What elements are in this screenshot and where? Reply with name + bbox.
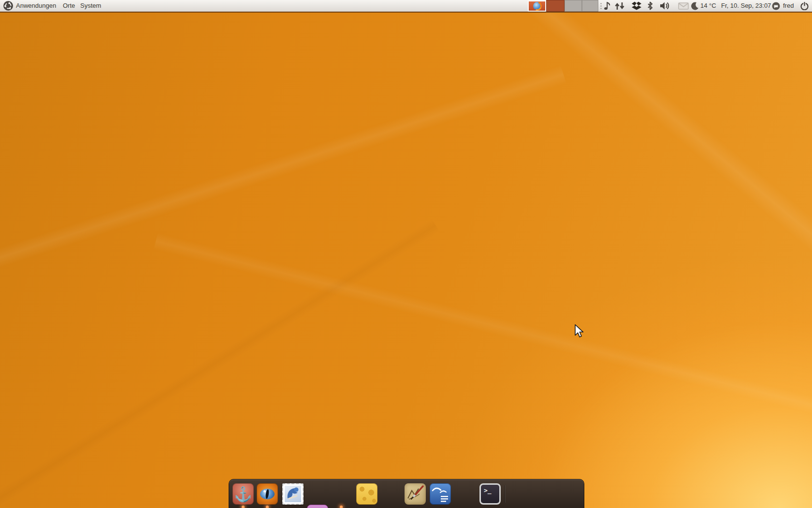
drawing-app-icon[interactable] xyxy=(405,483,426,505)
browser-eye-icon[interactable] xyxy=(257,483,278,505)
terminal-prompt: >_ xyxy=(484,487,492,494)
menu-places[interactable]: Orte xyxy=(63,0,75,12)
network-traffic-arrows-icon[interactable] xyxy=(615,0,625,12)
workspace-1[interactable] xyxy=(546,0,565,12)
wallpaper-streak xyxy=(121,100,812,508)
power-icon[interactable] xyxy=(799,0,809,12)
dock-separator xyxy=(505,485,506,503)
running-indicator xyxy=(242,506,245,508)
running-indicator xyxy=(266,506,269,508)
window-button-firefox[interactable] xyxy=(528,0,546,12)
dropbox-icon[interactable] xyxy=(630,0,643,12)
dock: ⚓ ;-) CA 0:27 xyxy=(229,479,584,508)
office-writer-icon[interactable] xyxy=(430,483,451,505)
music-note-icon[interactable] xyxy=(603,0,611,12)
mail-envelope-icon[interactable] xyxy=(678,0,689,12)
cheese-webcam-icon[interactable] xyxy=(356,483,377,505)
running-indicator xyxy=(340,506,343,508)
firefox-icon xyxy=(533,2,541,10)
volume-icon[interactable] xyxy=(659,0,671,12)
wallpaper-streak xyxy=(0,0,601,399)
me-menu-username[interactable]: fred xyxy=(783,0,794,12)
desktop: Anwendungen Orte System xyxy=(0,0,812,508)
thunderbird-stamp-icon[interactable] xyxy=(282,483,304,505)
wallpaper-streak xyxy=(383,0,812,406)
bluetooth-icon[interactable] xyxy=(647,0,653,12)
weather-temperature[interactable]: 14 °C xyxy=(700,0,716,12)
top-panel: Anwendungen Orte System xyxy=(0,0,812,13)
terminal-icon[interactable]: >_ xyxy=(479,483,501,505)
desktop-wallpaper xyxy=(0,0,812,508)
applet-drag-handle[interactable] xyxy=(600,2,602,10)
docky-anchor-icon[interactable]: ⚓ xyxy=(232,483,254,505)
workspace-2[interactable] xyxy=(565,0,582,12)
workspace-3[interactable] xyxy=(582,0,598,12)
chat-app-icon[interactable]: ;-) xyxy=(307,505,328,508)
menu-applications[interactable]: Anwendungen xyxy=(16,0,56,12)
weather-moon-icon xyxy=(691,0,699,12)
clock[interactable]: Fr, 10. Sep, 23:07 xyxy=(721,0,771,12)
wallpaper-streak xyxy=(0,123,500,508)
ubuntu-logo-icon[interactable] xyxy=(3,1,13,11)
menu-system[interactable]: System xyxy=(80,0,101,12)
mouse-cursor xyxy=(574,324,586,341)
me-menu-icon[interactable] xyxy=(771,0,780,12)
